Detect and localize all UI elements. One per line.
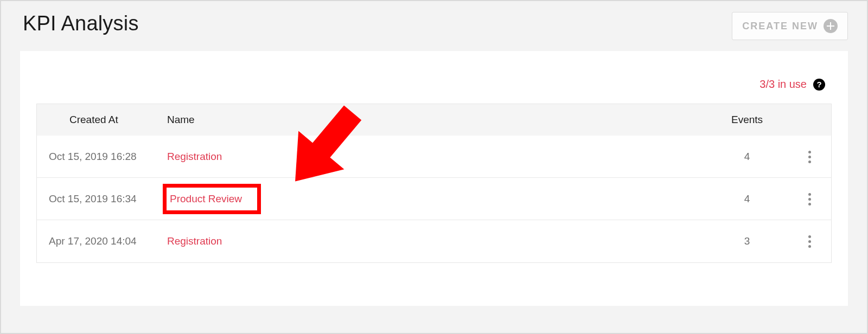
cell-actions [788, 230, 831, 252]
create-new-label: CREATE NEW [742, 21, 818, 32]
cell-created-at: Apr 17, 2020 14:04 [37, 235, 167, 247]
cell-name: Registration [167, 151, 706, 163]
kpi-name-link[interactable]: Product Review [163, 184, 261, 214]
kpi-name-link[interactable]: Registration [167, 235, 222, 247]
table-row: Oct 15, 2019 16:34Product Review4 [37, 178, 831, 220]
page-frame: KPI Analysis CREATE NEW 3/3 in use ? Cre… [0, 0, 868, 334]
cell-created-at: Oct 15, 2019 16:28 [37, 151, 167, 163]
kpi-table: Created At Name Events Oct 15, 2019 16:2… [36, 104, 832, 263]
cell-events: 4 [706, 193, 788, 205]
table-header: Created At Name Events [37, 104, 831, 136]
col-header-events: Events [706, 114, 788, 126]
cell-actions [788, 146, 831, 168]
table-row: Apr 17, 2020 14:04Registration3 [37, 220, 831, 262]
kebab-menu-icon[interactable] [804, 146, 815, 168]
cell-name: Product Review [167, 184, 706, 214]
kpi-name-link[interactable]: Registration [167, 151, 222, 163]
cell-actions [788, 188, 831, 210]
col-header-name: Name [167, 114, 706, 126]
cell-events: 4 [706, 151, 788, 163]
svg-rect-1 [827, 25, 834, 27]
plus-icon [824, 19, 838, 33]
cell-events: 3 [706, 235, 788, 247]
content-panel: 3/3 in use ? Created At Name Events Oct … [20, 51, 848, 306]
kebab-menu-icon[interactable] [804, 189, 815, 210]
page-header: KPI Analysis CREATE NEW [1, 12, 867, 51]
usage-text: 3/3 in use [760, 78, 807, 91]
create-new-button[interactable]: CREATE NEW [732, 12, 848, 40]
kebab-menu-icon[interactable] [804, 231, 815, 252]
usage-row: 3/3 in use ? [36, 78, 832, 104]
col-header-created-at: Created At [37, 114, 167, 126]
help-icon[interactable]: ? [813, 79, 825, 91]
table-body: Oct 15, 2019 16:28Registration4Oct 15, 2… [37, 136, 831, 262]
table-row: Oct 15, 2019 16:28Registration4 [37, 136, 831, 178]
page-title: KPI Analysis [23, 12, 139, 35]
cell-name: Registration [167, 235, 706, 247]
table-header-row: Created At Name Events [37, 104, 831, 136]
cell-created-at: Oct 15, 2019 16:34 [37, 193, 167, 205]
